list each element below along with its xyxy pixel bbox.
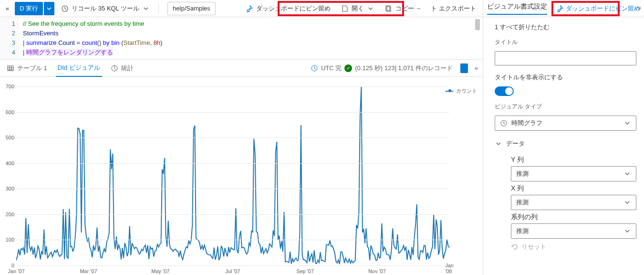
clock-icon (500, 119, 508, 127)
open-button[interactable]: 開く (337, 2, 378, 15)
minimap[interactable] (475, 19, 480, 56)
recall-button[interactable]: リコール 35 KQL ツール (57, 2, 154, 15)
collapse-left-icon[interactable]: « (3, 2, 12, 15)
side-pin-label: ダッシュボードにピン留め (566, 4, 640, 13)
run-button[interactable]: D 実行 (15, 2, 43, 15)
copy-button[interactable]: コピー ~ (381, 2, 425, 15)
status-bar: UTC 完 ✓ (0.125 秒) 123] 1,071 件のレコード » (311, 63, 478, 73)
chevron-down-icon (623, 170, 631, 178)
xcol-label: X 列 (511, 184, 636, 193)
clock-icon (311, 64, 318, 72)
run-dropdown[interactable] (44, 2, 54, 15)
data-section-label: データ (506, 139, 525, 148)
legend-label: カウント (456, 87, 477, 95)
chevron-down-icon (623, 227, 631, 235)
file-open-icon (341, 5, 349, 12)
chevron-down-icon (142, 5, 150, 12)
plot-area[interactable]: 0100200300400500600700Jan '07Mar '07May … (16, 86, 449, 265)
chevron-down-icon (495, 140, 502, 148)
xcol-value: 推測 (516, 198, 529, 207)
success-icon: ✓ (344, 64, 352, 72)
series-value: 推測 (516, 227, 529, 235)
copy-icon (385, 5, 393, 12)
open-label: 開く (352, 4, 364, 13)
expand-icon[interactable]: » (475, 64, 478, 72)
visual-type-value: 時間グラフ (511, 119, 542, 127)
chevron-down-icon (367, 5, 374, 12)
line-gutter: 1 2 3 4 (0, 17, 19, 59)
title-field-label: タイトル (495, 38, 636, 46)
collapse-all[interactable]: 1 すべて折りたたむ (495, 23, 636, 32)
collapse-panel-icon[interactable]: » (637, 4, 641, 11)
utc-label: UTC 完 (321, 64, 342, 73)
ycol-label: Y 列 (511, 156, 636, 164)
pin-label: ダッシュボードにピン留め (256, 4, 331, 13)
data-section-header[interactable]: データ (495, 139, 636, 148)
stats-icon (111, 64, 118, 72)
export-button[interactable]: ト エクスポート (427, 2, 480, 15)
table-icon (7, 64, 14, 72)
xcol-dropdown[interactable]: 推測 (511, 195, 636, 210)
render-operator: 時間グラフをレンダリングする (26, 49, 113, 56)
ycol-dropdown[interactable]: 推測 (511, 166, 636, 181)
pin-icon (556, 5, 564, 12)
pin-icon (246, 5, 253, 12)
reset-label: リセット (521, 243, 546, 251)
recall-label: リコール 35 KQL ツール (72, 4, 139, 13)
tab-stats[interactable]: 統計 (109, 60, 135, 77)
series-label: 系列の列 (511, 213, 636, 222)
side-header: ビジュアル書式設定 ダッシュボードにピン留め (483, 0, 644, 17)
tab-visual[interactable]: DId ビジュアル (56, 60, 102, 77)
visual-type-dropdown[interactable]: 時間グラフ (495, 116, 636, 131)
status-text: (0.125 秒) 123] 1,071 件のレコード (355, 64, 452, 73)
chart: カウント 0100200300400500600700Jan '07Mar '0… (0, 77, 483, 275)
history-icon (61, 5, 69, 12)
hide-title-toggle[interactable] (495, 86, 514, 96)
code-area[interactable]: // See the frequency of storm events by … (19, 17, 483, 59)
reset-icon (511, 243, 519, 251)
visual-type-label: ビジュアル タイプ (495, 103, 636, 111)
clipboard-icon[interactable] (460, 63, 468, 73)
line-series (16, 86, 449, 265)
results-tabs: テーブル 1 DId ビジュアル 統計 UTC 完 ✓ (0.125 秒) 12… (0, 60, 483, 77)
chevron-down-icon (623, 199, 631, 206)
tab-stats-label: 統計 (121, 64, 134, 73)
chevron-down-icon (623, 119, 631, 127)
title-input[interactable] (495, 51, 636, 65)
toolbar: « D 実行 リコール 35 KQL ツール help/Samples ダッシュ… (0, 0, 483, 17)
legend: カウント (446, 87, 477, 95)
tab-table[interactable]: テーブル 1 (5, 60, 49, 77)
main-pane: « D 実行 リコール 35 KQL ツール help/Samples ダッシュ… (0, 0, 483, 275)
side-pin-button[interactable]: ダッシュボードにピン留め (556, 4, 640, 13)
reset-button[interactable]: リセット (511, 243, 636, 251)
side-title[interactable]: ビジュアル書式設定 (487, 2, 547, 15)
format-panel: ビジュアル書式設定 ダッシュボードにピン留め » 1 すべて折りたたむ タイトル… (483, 0, 644, 275)
tab-table-label: テーブル 1 (17, 64, 47, 73)
pin-dashboard-button[interactable]: ダッシュボードにピン留め (242, 2, 334, 15)
query-editor[interactable]: 1 2 3 4 // See the frequency of storm ev… (0, 17, 483, 60)
scope-picker[interactable]: help/Samples (167, 2, 216, 15)
export-label: ト エクスポート (431, 4, 476, 13)
ycol-value: 推測 (516, 169, 529, 178)
hide-title-label: タイトルを非表示にする (495, 73, 636, 82)
copy-label: コピー (395, 4, 414, 13)
series-dropdown[interactable]: 推測 (511, 223, 636, 239)
